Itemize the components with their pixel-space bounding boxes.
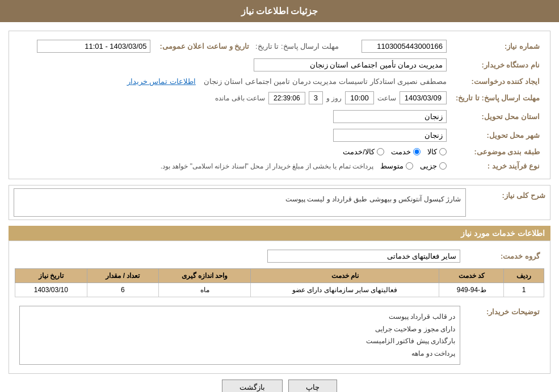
ijad-label: ایجاد کننده درخواست: bbox=[451, 74, 544, 88]
naam-dastgah-label: نام دستگاه خریدار: bbox=[451, 56, 544, 74]
shomara-row: شماره نیاز: 1103005443000166 مهلت ارسال … bbox=[15, 37, 544, 56]
shahr-box: زنجان bbox=[333, 129, 447, 142]
radio-jozii-input[interactable] bbox=[439, 162, 447, 170]
ettelaat-tamas-link[interactable]: اطلاعات تماس خریدار bbox=[127, 77, 196, 86]
bazgasht-button[interactable]: بازگشت bbox=[222, 380, 283, 392]
cell-code: ط-94-949 bbox=[439, 283, 504, 297]
grooh-label: گروه خدمت: bbox=[465, 247, 544, 265]
grooh-value: سایر فعالیتهای خدماتی bbox=[15, 247, 465, 265]
page-header: جزئیات اطلاعات نیاز bbox=[0, 0, 559, 22]
naam-dastgah-row: نام دستگاه خریدار: مدیریت درمان تأمین اج… bbox=[15, 56, 544, 74]
grooh-box: سایر فعالیتهای خدماتی bbox=[267, 250, 460, 263]
naam-dastgah-box: مدیریت درمان تأمین اجتماعی استان زنجان bbox=[254, 58, 447, 71]
cell-tedad: 6 bbox=[87, 283, 158, 297]
sharh-koli-section: شرح کلی نیاز: شارژ کپسول آنتونکس و بیهوش… bbox=[9, 185, 550, 220]
tozihat-line: دارای مجوز و صلاحیت جرایی bbox=[24, 323, 455, 336]
khedamat-header: اطلاعات خدمات مورد نیاز bbox=[9, 226, 550, 241]
shahr-value: زنجان bbox=[15, 126, 451, 145]
tozihat-table: توضیحات خریدار: در قالب قرارداد پیوستدار… bbox=[15, 303, 544, 368]
tarikh-box: 1403/03/05 - 11:01 bbox=[37, 40, 150, 53]
sharh-koli-box: شارژ کپسول آنتونکس و بیهوشی طبق قرارداد … bbox=[14, 188, 466, 217]
cell-vahed: ماه bbox=[159, 283, 251, 297]
mohlat-value: 1403/03/09 ساعت 10:00 روز و 3 bbox=[15, 88, 451, 107]
chap-button[interactable]: چاپ bbox=[288, 380, 337, 392]
rooz-label: روز و bbox=[326, 94, 342, 102]
page-wrapper: جزئیات اطلاعات نیاز شماره نیاز: 11030054… bbox=[0, 0, 559, 392]
content-area: شماره نیاز: 1103005443000166 مهلت ارسال … bbox=[0, 22, 559, 392]
countdown-box: 22:39:06 bbox=[268, 92, 305, 104]
nooe-label: نوع فرآیند خرید : bbox=[451, 159, 544, 173]
khedamat-section: گروه خدمت: سایر فعالیتهای خدماتی ردیف bbox=[9, 241, 550, 374]
tozihat-line: پرداخت دو ماهه bbox=[24, 348, 455, 360]
cell-tarikh: 1403/03/10 bbox=[15, 283, 87, 297]
col-name: نام خدمت bbox=[251, 269, 439, 283]
main-info-section: شماره نیاز: 1103005443000166 مهلت ارسال … bbox=[9, 31, 550, 179]
tabaqe-row: طبقه بندی موضوعی: کالا خدمت bbox=[15, 145, 544, 159]
col-code: کد خدمت bbox=[439, 269, 504, 283]
tozihat-value: در قالب قرارداد پیوستدارای مجوز و صلاحیت… bbox=[15, 303, 465, 368]
shomara-box: 1103005443000166 bbox=[362, 40, 447, 53]
shomara-value: 1103005443000166 bbox=[343, 37, 451, 56]
radio-khedmat: خدمت bbox=[391, 147, 421, 156]
col-tedad: تعداد / مقدار bbox=[87, 269, 158, 283]
table-row: 1ط-94-949فعالیتهای سایر سازمانهای دارای … bbox=[15, 283, 544, 297]
radio-kala-khedmat-input[interactable] bbox=[377, 148, 384, 155]
sharh-koli-row: شرح کلی نیاز: شارژ کپسول آنتونکس و بیهوش… bbox=[9, 186, 550, 220]
ostan-row: استان محل تحویل: زنجان bbox=[15, 107, 544, 126]
col-tarikh: تاریخ نیاز bbox=[15, 269, 87, 283]
info-table: شماره نیاز: 1103005443000166 مهلت ارسال … bbox=[15, 37, 544, 173]
rooz-block: 3 bbox=[309, 91, 323, 104]
col-radif: ردیف bbox=[504, 269, 544, 283]
ostan-label: استان محل تحویل: bbox=[451, 107, 544, 126]
tarikh-label: مهلت ارسال پاسخ: تا تاریخ: تاریخ و ساعت … bbox=[155, 37, 343, 56]
sharh-koli-label: شرح کلی نیاز: bbox=[470, 186, 550, 220]
nooe-radio-group: جزیی متوسط پرداخت تمام یا بخشی از مبلغ خ… bbox=[19, 162, 447, 170]
services-table-head: ردیف کد خدمت نام خدمت واحد اندازه گیری ت… bbox=[15, 269, 544, 283]
ostan-value: زنجان bbox=[15, 107, 451, 126]
buttons-row: چاپ بازگشت bbox=[9, 380, 550, 392]
grooh-row: گروه خدمت: سایر فعالیتهای خدماتی bbox=[15, 247, 544, 265]
tozihat-line: در قالب قرارداد پیوست bbox=[24, 311, 455, 323]
radio-kala-khedmat: کالا/خدمت bbox=[343, 147, 384, 156]
tozihat-box: در قالب قرارداد پیوستدارای مجوز و صلاحیت… bbox=[19, 306, 460, 365]
table-header-row: ردیف کد خدمت نام خدمت واحد اندازه گیری ت… bbox=[15, 269, 544, 283]
khedamat-body: گروه خدمت: سایر فعالیتهای خدماتی ردیف bbox=[9, 241, 550, 373]
nooe-row: نوع فرآیند خرید : جزیی متوسط bbox=[15, 159, 544, 173]
nooe-note: پرداخت تمام یا بخشی از مبلغ خریدار از مح… bbox=[161, 162, 373, 170]
main-info-body: شماره نیاز: 1103005443000166 مهلت ارسال … bbox=[9, 31, 550, 179]
sharh-koli-table: شرح کلی نیاز: شارژ کپسول آنتونکس و بیهوش… bbox=[9, 186, 550, 220]
saat-block: 10:00 bbox=[345, 91, 374, 104]
ijad-value: مصطفی نصیری استادکار تاسیسات مدیریت درما… bbox=[15, 74, 451, 88]
shahr-row: شهر محل تحویل: زنجان bbox=[15, 126, 544, 145]
tozihat-row: توضیحات خریدار: در قالب قرارداد پیوستدار… bbox=[15, 303, 544, 368]
radio-kala: کالا bbox=[427, 147, 447, 156]
radio-khedmat-input[interactable] bbox=[413, 148, 421, 155]
date-block: 1403/03/09 bbox=[400, 91, 447, 104]
khedamat-info-table: گروه خدمت: سایر فعالیتهای خدماتی bbox=[15, 247, 544, 265]
sharh-koli-value: شارژ کپسول آنتونکس و بیهوشی طبق قرارداد … bbox=[9, 186, 470, 220]
tabaqe-radio-group: کالا خدمت کالا/خدمت bbox=[19, 147, 447, 156]
date-time-row: 1403/03/09 ساعت 10:00 روز و 3 bbox=[19, 91, 447, 104]
mohlat-row: مهلت ارسال پاسخ: تا تاریخ: 1403/03/09 سا… bbox=[15, 88, 544, 107]
page-title: جزئیات اطلاعات نیاز bbox=[241, 6, 318, 16]
tozihat-line: بارگذاری پیش فاکتور الزامیست bbox=[24, 335, 455, 348]
col-vahed: واحد اندازه گیری bbox=[159, 269, 251, 283]
radio-jozii: جزیی bbox=[420, 162, 447, 170]
ostan-box: زنجان bbox=[333, 110, 447, 123]
shahr-label: شهر محل تحویل: bbox=[451, 126, 544, 145]
ijad-row: ایجاد کننده درخواست: مصطفی نصیری استادکا… bbox=[15, 74, 544, 88]
tabaqe-value: کالا خدمت کالا/خدمت bbox=[15, 145, 451, 159]
services-table-body: 1ط-94-949فعالیتهای سایر سازمانهای دارای … bbox=[15, 283, 544, 297]
tabaqe-label: طبقه بندی موضوعی: bbox=[451, 145, 544, 159]
radio-motevaset-input[interactable] bbox=[406, 162, 413, 170]
nooe-value: جزیی متوسط پرداخت تمام یا بخشی از مبلغ خ… bbox=[15, 159, 451, 173]
cell-radif: 1 bbox=[504, 283, 544, 297]
mohlat-label: مهلت ارسال پاسخ: تا تاریخ: bbox=[451, 88, 544, 107]
cell-name: فعالیتهای سایر سازمانهای دارای عضو bbox=[251, 283, 439, 297]
radio-kala-input[interactable] bbox=[439, 148, 447, 155]
tozihat-label: توضیحات خریدار: bbox=[465, 303, 544, 368]
naam-dastgah-value: مدیریت درمان تأمین اجتماعی استان زنجان bbox=[15, 56, 451, 74]
shomara-label: شماره نیاز: bbox=[451, 37, 544, 56]
services-table: ردیف کد خدمت نام خدمت واحد اندازه گیری ت… bbox=[15, 268, 544, 297]
tarikh-value: 1403/03/05 - 11:01 bbox=[15, 37, 155, 56]
